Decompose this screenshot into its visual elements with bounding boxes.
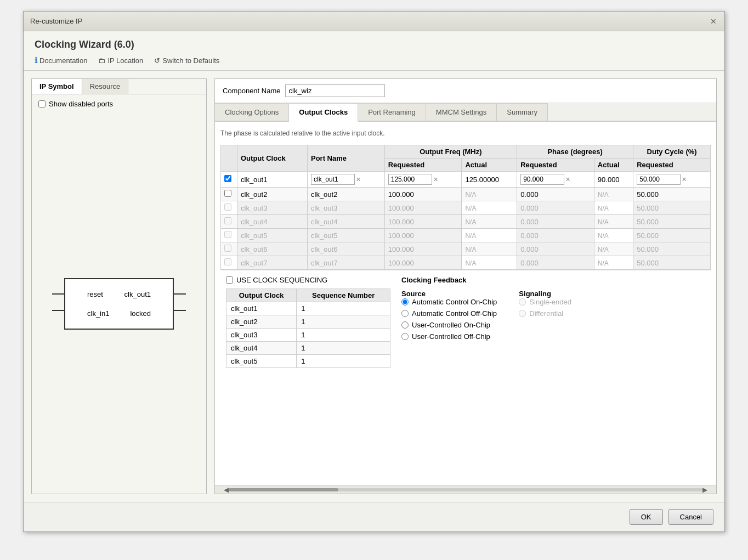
tab-clocking-options[interactable]: Clocking Options	[215, 103, 289, 121]
source-radio[interactable]	[401, 333, 409, 340]
source-radio[interactable]	[401, 298, 409, 306]
phase-note: The phase is calculated relative to the …	[220, 127, 711, 139]
tab-mmcm-settings[interactable]: MMCM Settings	[426, 103, 497, 121]
scroll-left-arrow[interactable]: ◀	[224, 486, 229, 494]
signaling-option-label: Single-ended	[529, 298, 571, 306]
row-port-name: clk_out5	[308, 229, 385, 242]
table-row: clk_out2 clk_out2 100.000 N/A 0.000 N/A …	[221, 188, 711, 201]
toolbar: ℹ Documentation 🗀 IP Location ↺ Switch t…	[35, 56, 713, 65]
component-name-input[interactable]	[285, 84, 385, 97]
row-checkbox[interactable]	[224, 203, 231, 211]
source-option-label: Automatic Control On-Chip	[412, 298, 497, 306]
source-radio-option[interactable]: Automatic Control On-Chip	[401, 298, 497, 306]
row-output-clock: clk_out1	[237, 172, 308, 188]
show-disabled-label: Show disabled ports	[49, 100, 113, 108]
cancel-button[interactable]: Cancel	[668, 509, 713, 525]
switch-defaults-button[interactable]: ↺ Switch to Defaults	[154, 56, 219, 65]
clear-freq-button[interactable]: ✕	[433, 176, 438, 183]
wizard-title: Clocking Wizard (6.0)	[35, 39, 713, 50]
row-check-cell	[221, 201, 237, 215]
seq-table: Output Clock Sequence Number clk_out1 1 …	[226, 289, 390, 368]
source-radio-option[interactable]: User-Controlled On-Chip	[401, 321, 497, 329]
source-radio-option[interactable]: User-Controlled Off-Chip	[401, 332, 497, 341]
scroll-thumb[interactable]	[229, 488, 338, 491]
tab-ip-symbol[interactable]: IP Symbol	[32, 79, 82, 94]
titlebar: Re-customize IP ✕	[24, 12, 724, 31]
signaling-label: Signaling	[519, 290, 571, 298]
left-panel: IP Symbol Resource Show disabled ports	[31, 78, 207, 494]
clear-port-name-button[interactable]: ✕	[356, 176, 361, 183]
component-name-label: Component Name	[223, 87, 281, 95]
row-freq-req: 100.000	[384, 256, 462, 270]
signaling-radio[interactable]	[519, 310, 526, 317]
source-radio[interactable]	[401, 310, 409, 317]
signaling-radio[interactable]	[519, 298, 526, 306]
seq-number-cell: 1	[297, 315, 390, 329]
row-freq-actual: N/A	[462, 188, 517, 201]
freq-actual-na: N/A	[465, 205, 476, 212]
row-port-name: clk_out4	[308, 215, 385, 229]
row-checkbox[interactable]	[224, 217, 231, 224]
row-output-clock: clk_out5	[237, 229, 308, 242]
seq-table-row: clk_out4 1	[226, 342, 390, 355]
row-freq-req: 100.000	[384, 188, 462, 201]
row-phase-req: 0.000	[517, 242, 594, 256]
tab-output-clocks[interactable]: Output Clocks	[289, 103, 358, 122]
horizontal-scrollbar[interactable]: ◀ ▶	[215, 485, 716, 494]
row-duty-req: 50.000	[633, 188, 711, 201]
tab-summary[interactable]: Summary	[497, 103, 548, 121]
row-checkbox[interactable]	[224, 190, 231, 197]
row-phase-req: 0.000	[517, 201, 594, 215]
tab-resource[interactable]: Resource	[82, 79, 129, 94]
row-checkbox[interactable]	[224, 175, 231, 182]
info-icon: ℹ	[35, 56, 37, 65]
table-row: clk_out3 clk_out3 100.000 N/A 0.000 N/A …	[221, 201, 711, 215]
phase-actual-na: N/A	[598, 259, 609, 267]
freq-actual-na: N/A	[465, 259, 476, 267]
phase-actual-na: N/A	[598, 191, 609, 199]
clk-in1-port-label: clk_in1	[87, 309, 109, 318]
show-disabled-checkbox[interactable]	[38, 100, 46, 108]
row-phase-req: 0.000	[517, 215, 594, 229]
row-checkbox[interactable]	[224, 231, 231, 238]
ip-location-button[interactable]: 🗀 IP Location	[98, 56, 143, 65]
row-checkbox[interactable]	[224, 245, 231, 252]
row-output-clock: clk_out7	[237, 256, 308, 270]
tab-port-renaming[interactable]: Port Renaming	[358, 103, 426, 121]
signaling-radio-option[interactable]: Differential	[519, 309, 571, 318]
signaling-radio-option[interactable]: Single-ended	[519, 298, 571, 306]
row-port-name: clk_out3	[308, 201, 385, 215]
clear-phase-button[interactable]: ✕	[565, 176, 570, 183]
row-phase-actual: 90.000	[594, 172, 633, 188]
signaling-option-label: Differential	[529, 309, 563, 318]
row-port-name: clk_out2	[308, 188, 385, 201]
source-radio[interactable]	[401, 321, 409, 329]
documentation-button[interactable]: ℹ Documentation	[35, 56, 87, 65]
phase-req-input[interactable]	[520, 174, 564, 185]
port-name-input[interactable]	[311, 174, 355, 185]
row-freq-actual: N/A	[462, 201, 517, 215]
locked-port-label: locked	[130, 309, 151, 318]
row-checkbox[interactable]	[224, 258, 231, 265]
scroll-track[interactable]	[229, 488, 702, 491]
row-check-cell	[221, 242, 237, 256]
header: Clocking Wizard (6.0) ℹ Documentation 🗀 …	[24, 31, 724, 71]
close-button[interactable]: ✕	[709, 17, 718, 26]
col-freq-requested: Requested	[384, 159, 462, 172]
source-radio-option[interactable]: Automatic Control Off-Chip	[401, 309, 497, 318]
row-duty-req: 50.000	[633, 242, 711, 256]
clear-duty-button[interactable]: ✕	[682, 176, 687, 183]
seq-number-cell: 1	[297, 355, 390, 368]
source-option-label: User-Controlled Off-Chip	[412, 332, 490, 341]
seq-col-number: Sequence Number	[297, 289, 390, 302]
ok-button[interactable]: OK	[630, 509, 663, 525]
freq-req-input[interactable]	[388, 174, 432, 185]
use-clock-sequencing-checkbox[interactable]	[226, 276, 233, 284]
scroll-right-arrow[interactable]: ▶	[702, 486, 707, 494]
phase-actual-na: N/A	[598, 205, 609, 212]
phase-actual-value: 90.000	[598, 176, 620, 184]
col-header-freq-group: Output Freq (MHz)	[384, 145, 517, 159]
seq-clock-cell: clk_out5	[226, 355, 297, 368]
duty-req-input[interactable]	[637, 174, 681, 185]
freq-actual-na: N/A	[465, 232, 476, 240]
